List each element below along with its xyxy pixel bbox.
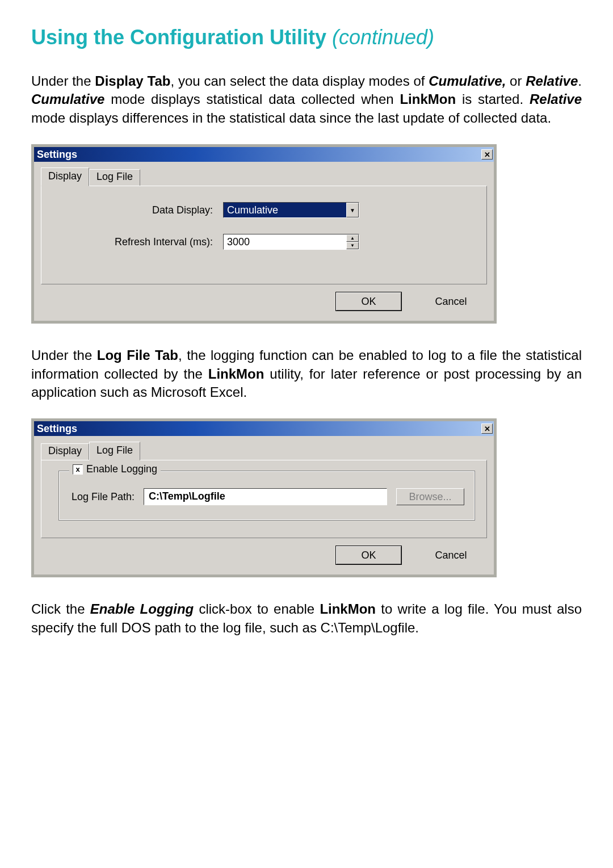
- data-display-value: Cumulative: [224, 203, 346, 217]
- paragraph-enable-logging: Click the Enable Logging click-box to en…: [31, 600, 582, 637]
- dialog-button-row: OK Cancel: [34, 284, 494, 321]
- titlebar: Settings ✕: [34, 147, 494, 162]
- log-file-path-row: Log File Path: C:\Temp\Logfile Browse...: [72, 488, 464, 505]
- close-icon[interactable]: ✕: [481, 423, 493, 434]
- titlebar-text: Settings: [37, 149, 77, 161]
- tab-log-file[interactable]: Log File: [89, 442, 140, 460]
- tab-panel-display: Data Display: Cumulative ▼ Refresh Inter…: [41, 186, 487, 284]
- enable-logging-label: Enable Logging: [86, 463, 157, 475]
- log-file-path-input[interactable]: C:\Temp\Logfile: [144, 488, 387, 505]
- ok-button[interactable]: OK: [336, 292, 401, 311]
- tab-display[interactable]: Display: [41, 443, 89, 460]
- paragraph-log-file-tab: Under the Log File Tab, the logging func…: [31, 346, 582, 401]
- enable-logging-checkbox[interactable]: x: [73, 464, 83, 475]
- titlebar-text: Settings: [37, 423, 77, 435]
- refresh-interval-spinner[interactable]: 3000 ▲ ▼: [223, 234, 359, 250]
- label-data-display: Data Display:: [53, 204, 223, 216]
- title-main: Using the Configuration Utility: [31, 26, 332, 49]
- settings-dialog-logfile: Settings ✕ Display Log File x Enable Log…: [31, 418, 497, 577]
- log-file-path-label: Log File Path:: [72, 491, 135, 503]
- tab-display[interactable]: Display: [41, 167, 89, 186]
- tab-row: Display Log File: [34, 162, 494, 186]
- close-icon[interactable]: ✕: [481, 149, 493, 160]
- cancel-button[interactable]: Cancel: [418, 546, 484, 564]
- titlebar: Settings ✕: [34, 421, 494, 436]
- page-title: Using the Configuration Utility (continu…: [31, 26, 582, 49]
- paragraph-display-tab: Under the Display Tab, you can select th…: [31, 72, 582, 127]
- tab-row: Display Log File: [34, 436, 494, 460]
- settings-dialog-display: Settings ✕ Display Log File Data Display…: [31, 144, 497, 324]
- spinner-buttons: ▲ ▼: [346, 234, 359, 249]
- tab-panel-logfile: x Enable Logging Log File Path: C:\Temp\…: [41, 460, 487, 538]
- row-refresh-interval: Refresh Interval (ms): 3000 ▲ ▼: [53, 234, 475, 250]
- title-continued: (continued): [332, 26, 434, 49]
- row-data-display: Data Display: Cumulative ▼: [53, 202, 475, 218]
- refresh-interval-value: 3000: [224, 234, 346, 249]
- data-display-dropdown[interactable]: Cumulative ▼: [223, 202, 359, 218]
- ok-button[interactable]: OK: [336, 546, 401, 564]
- group-legend: x Enable Logging: [69, 463, 161, 475]
- browse-button[interactable]: Browse...: [396, 488, 464, 505]
- chevron-down-icon[interactable]: ▼: [346, 203, 359, 217]
- label-refresh-interval: Refresh Interval (ms):: [53, 236, 223, 248]
- dialog-button-row: OK Cancel: [34, 538, 494, 575]
- cancel-button[interactable]: Cancel: [418, 292, 484, 311]
- tab-log-file[interactable]: Log File: [89, 169, 140, 186]
- enable-logging-group: x Enable Logging Log File Path: C:\Temp\…: [58, 471, 475, 521]
- spinner-down-icon[interactable]: ▼: [346, 242, 359, 249]
- spinner-up-icon[interactable]: ▲: [346, 234, 359, 242]
